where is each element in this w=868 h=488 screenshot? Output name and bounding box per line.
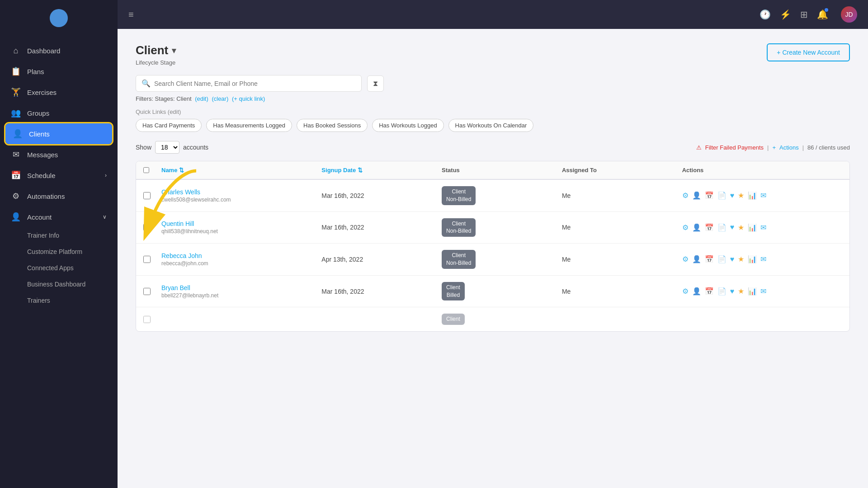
filter-button[interactable]: ⧗ [367,75,384,92]
client-info: Rebecca John rebecca@john.com [161,252,321,267]
heart-icon[interactable]: ♥ [730,255,735,263]
header-name[interactable]: Name ⇅ [161,167,321,174]
heart-icon[interactable]: ♥ [730,287,735,296]
sidebar-item-clients[interactable]: 👤 Clients [5,123,112,144]
filter-clear-link[interactable]: (clear) [212,95,228,102]
client-name[interactable]: Charles Wells [161,188,321,196]
sidebar-item-schedule[interactable]: 📅 Schedule › [0,165,118,186]
document-icon[interactable]: 📄 [717,223,726,232]
sidebar-sub-trainer-info[interactable]: Trainer Info [0,227,118,244]
sidebar-item-label: Account [27,213,52,221]
sidebar-item-dashboard[interactable]: ⌂ Dashboard [0,41,118,61]
client-email: rebecca@john.com [161,260,321,267]
select-all-checkbox[interactable] [143,167,149,173]
star-icon[interactable]: ★ [738,287,744,296]
sidebar-sub-trainers[interactable]: Trainers [0,292,118,309]
chevron-down-icon: ∨ [103,214,107,220]
avatar[interactable]: JD [841,6,857,23]
star-icon[interactable]: ★ [738,255,744,263]
heart-icon[interactable]: ♥ [730,223,735,231]
email-icon[interactable]: ✉ [760,191,766,200]
header-signup-date[interactable]: Signup Date ⇅ [321,167,442,174]
sidebar-item-label: Clients [29,130,50,138]
failed-payments-link[interactable]: Filter Failed Payments [705,144,764,151]
create-account-button[interactable]: + Create New Account [767,43,850,61]
show-select[interactable]: 18 25 50 [155,141,179,154]
search-icon: 🔍 [142,79,151,88]
signup-date: Apr 13th, 2022 [321,256,442,263]
profile-icon[interactable]: 👤 [692,255,701,263]
row-select-checkbox[interactable] [143,256,151,263]
quick-link-workouts-calendar[interactable]: Has Workouts On Calendar [448,119,534,132]
star-icon[interactable]: ★ [738,223,744,232]
client-name[interactable]: Bryan Bell [161,284,321,291]
sidebar-sub-connected-apps[interactable]: Connected Apps [0,260,118,276]
settings-icon[interactable]: ⚙ [682,287,689,296]
calendar-icon[interactable]: 📅 [705,191,714,200]
settings-icon[interactable]: ⚙ [682,223,689,232]
settings-icon[interactable]: ⚙ [682,255,689,263]
row-select-checkbox[interactable] [143,224,151,231]
sidebar-item-label: Schedule [27,172,56,179]
chart-icon[interactable]: 📊 [748,191,757,200]
email-icon[interactable]: ✉ [760,287,766,296]
chart-icon[interactable]: 📊 [748,287,757,296]
grid-icon[interactable]: ⊞ [800,9,808,20]
status-cell: ClientBilled [442,282,562,301]
profile-icon[interactable]: 👤 [692,223,701,232]
sidebar-item-groups[interactable]: 👥 Groups [0,103,118,123]
calendar-icon[interactable]: 📅 [705,287,714,296]
document-icon[interactable]: 📄 [717,191,726,200]
hamburger-icon[interactable]: ≡ [128,9,134,20]
filter-edit-link[interactable]: (edit) [195,95,208,102]
sidebar-item-label: Automations [27,192,65,200]
row-select-checkbox[interactable] [143,288,151,295]
quick-links: Quick Links (edit) Has Card Payments Has… [136,108,850,132]
email-icon[interactable]: ✉ [760,223,766,232]
row-select-checkbox[interactable] [143,316,151,323]
chart-icon[interactable]: 📊 [748,223,757,232]
status-badge: ClientNon-Billed [442,250,476,269]
clock-icon[interactable]: 🕐 [760,9,771,20]
sidebar-sub-business-dashboard[interactable]: Business Dashboard [0,276,118,292]
quick-link-booked-sessions[interactable]: Has Booked Sessions [297,119,368,132]
sidebar-item-plans[interactable]: 📋 Plans [0,61,118,82]
client-name[interactable]: Quentin Hill [161,220,321,227]
calendar-icon[interactable]: 📅 [705,255,714,263]
assigned-to: Me [562,192,682,199]
profile-icon[interactable]: 👤 [692,191,701,200]
sort-icon: ⇅ [358,167,363,174]
schedule-icon: 📅 [11,170,21,180]
quick-link-card-payments[interactable]: Has Card Payments [136,119,202,132]
sidebar-sub-customize-platform[interactable]: Customize Platform [0,244,118,260]
sidebar-item-exercises[interactable]: 🏋 Exercises [0,82,118,103]
calendar-icon[interactable]: 📅 [705,223,714,232]
filter-quick-link[interactable]: (+ quick link) [232,95,265,102]
chart-icon[interactable]: 📊 [748,255,757,263]
content-area: Client ▾ Lifecycle Stage + Create New Ac… [118,29,868,488]
sidebar-item-messages[interactable]: ✉ Messages [0,144,118,165]
sidebar-item-automations[interactable]: ⚙ Automations [0,186,118,206]
settings-icon[interactable]: ⚙ [682,191,689,200]
search-input[interactable] [154,80,356,87]
sidebar-item-account[interactable]: 👤 Account ∨ [0,206,118,227]
quick-link-workouts-logged[interactable]: Has Workouts Logged [372,119,443,132]
heart-icon[interactable]: ♥ [730,192,735,200]
actions-link[interactable]: Actions [779,144,799,151]
row-checkbox [143,224,161,231]
client-name[interactable]: Rebecca John [161,252,321,259]
star-icon[interactable]: ★ [738,191,744,200]
clients-table: Name ⇅ Signup Date ⇅ Status Assigned To … [136,161,850,332]
plans-icon: 📋 [11,66,21,76]
sidebar-item-label: Groups [27,109,49,117]
lightning-icon[interactable]: ⚡ [780,9,791,20]
assigned-to: Me [562,288,682,295]
profile-icon[interactable]: 👤 [692,287,701,296]
row-checkbox [143,316,161,323]
notification-dot [825,8,828,12]
email-icon[interactable]: ✉ [760,255,766,263]
row-select-checkbox[interactable] [143,192,151,199]
quick-link-measurements[interactable]: Has Measurements Logged [206,119,292,132]
document-icon[interactable]: 📄 [717,255,726,263]
document-icon[interactable]: 📄 [717,287,726,296]
